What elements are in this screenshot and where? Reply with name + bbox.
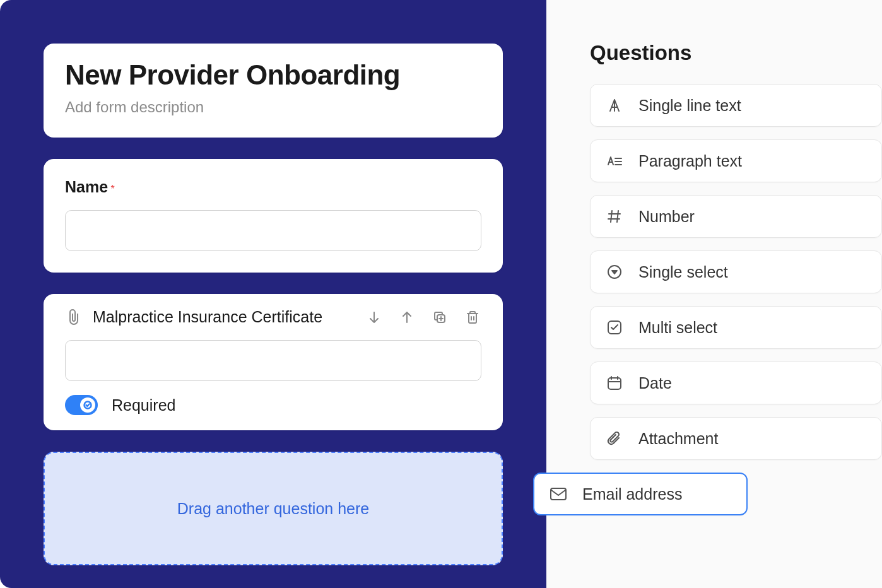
move-down-button[interactable] — [365, 309, 383, 326]
required-indicator: * — [111, 184, 115, 194]
delete-button[interactable] — [464, 309, 481, 326]
questions-panel-title: Questions — [590, 41, 882, 65]
drop-zone-text: Drag another question here — [177, 500, 369, 518]
attachment-type-icon — [606, 430, 623, 447]
qtype-attachment[interactable]: Attachment — [590, 417, 882, 460]
drop-zone[interactable]: Drag another question here — [44, 452, 503, 565]
name-field-label: Name — [65, 178, 108, 196]
name-input[interactable] — [65, 210, 481, 251]
qtype-label: Single line text — [638, 97, 741, 115]
qtype-label: Number — [638, 208, 695, 226]
malpractice-field-title[interactable]: Malpractice Insurance Certificate — [93, 308, 322, 326]
qtype-label: Multi select — [638, 319, 717, 337]
malpractice-input[interactable] — [65, 340, 481, 381]
email-icon — [550, 485, 567, 503]
qtype-email-address[interactable]: Email address — [533, 473, 748, 515]
paragraph-icon — [606, 152, 623, 170]
name-field-card[interactable]: Name * — [44, 159, 503, 273]
qtype-label: Email address — [582, 485, 682, 503]
svg-rect-4 — [608, 378, 621, 389]
multi-select-icon — [606, 319, 623, 336]
single-select-icon — [606, 263, 623, 281]
question-types-panel: Questions Single line text Paragraph tex… — [546, 0, 882, 588]
text-icon — [606, 97, 623, 114]
qtype-paragraph-text[interactable]: Paragraph text — [590, 139, 882, 182]
qtype-label: Attachment — [638, 430, 718, 448]
duplicate-button[interactable] — [431, 309, 449, 326]
qtype-number[interactable]: Number — [590, 195, 882, 238]
svg-rect-5 — [551, 488, 566, 500]
required-toggle-label: Required — [112, 396, 175, 415]
form-description-input[interactable]: Add form description — [65, 98, 481, 116]
qtype-label: Single select — [638, 263, 728, 281]
qtype-single-select[interactable]: Single select — [590, 250, 882, 293]
number-icon — [606, 208, 623, 225]
move-up-button[interactable] — [398, 309, 416, 326]
qtype-single-line-text[interactable]: Single line text — [590, 84, 882, 127]
qtype-label: Paragraph text — [638, 152, 742, 170]
form-builder-canvas: New Provider Onboarding Add form descrip… — [0, 0, 546, 588]
malpractice-field-card[interactable]: Malpractice Insurance Certificate — [44, 294, 503, 430]
attachment-icon — [65, 309, 83, 326]
date-icon — [606, 374, 623, 392]
qtype-date[interactable]: Date — [590, 362, 882, 404]
form-title-input[interactable]: New Provider Onboarding — [65, 59, 481, 91]
qtype-label: Date — [638, 374, 672, 392]
required-toggle[interactable] — [65, 395, 98, 415]
qtype-multi-select[interactable]: Multi select — [590, 306, 882, 349]
form-header-card[interactable]: New Provider Onboarding Add form descrip… — [44, 44, 503, 138]
